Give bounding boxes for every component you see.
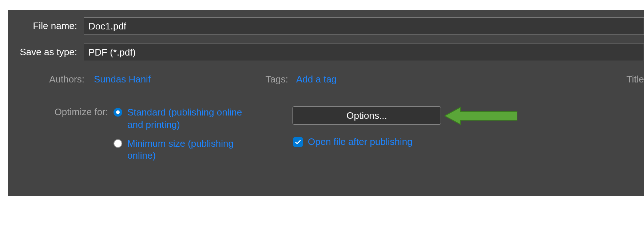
authors-value[interactable]: Sundas Hanif xyxy=(94,74,151,85)
open-after-publishing-label: Open file after publishing xyxy=(308,136,413,147)
optimize-minimum-label: Minimum size (publishing online) xyxy=(127,138,245,162)
optimize-standard-radio[interactable]: Standard (publishing online and printing… xyxy=(114,106,245,131)
optimize-for-label: Optimize for: xyxy=(8,106,108,118)
optimize-standard-label: Standard (publishing online and printing… xyxy=(127,106,245,131)
file-name-row: File name: Doc1.pdf xyxy=(8,17,644,36)
optimize-minimum-radio[interactable]: Minimum size (publishing online) xyxy=(114,138,245,162)
title-label: Title xyxy=(627,74,644,85)
radio-unselected-icon xyxy=(114,139,122,148)
metadata-row: Authors: Sundas Hanif Tags: Add a tag Ti… xyxy=(8,74,644,88)
save-as-type-row: Save as type: PDF (*.pdf) xyxy=(8,44,644,62)
options-button[interactable]: Options... xyxy=(293,106,441,125)
tags-value[interactable]: Add a tag xyxy=(296,74,337,85)
save-dialog-panel: File name: Doc1.pdf Save as type: PDF (*… xyxy=(8,10,644,196)
radio-selected-icon xyxy=(114,108,122,117)
checkbox-checked-icon xyxy=(293,137,303,147)
arrow-annotation-icon xyxy=(445,106,517,126)
save-as-type-label: Save as type: xyxy=(8,46,77,58)
authors-label: Authors: xyxy=(8,74,84,85)
svg-marker-0 xyxy=(445,107,517,125)
save-as-type-dropdown[interactable]: PDF (*.pdf) xyxy=(84,44,644,61)
tags-label: Tags: xyxy=(263,74,288,85)
file-name-input[interactable]: Doc1.pdf xyxy=(84,17,644,35)
file-name-label: File name: xyxy=(8,20,77,32)
open-after-publishing-checkbox[interactable]: Open file after publishing xyxy=(293,136,413,147)
optimize-radio-group: Standard (publishing online and printing… xyxy=(114,106,245,169)
